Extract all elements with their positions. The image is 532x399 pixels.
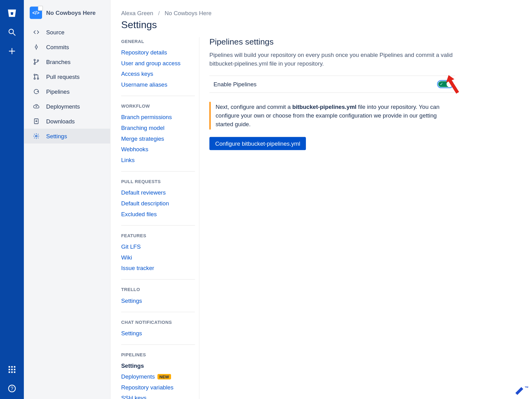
breadcrumb-owner[interactable]: Alexa Green (121, 10, 153, 16)
callout-filename: bitbucket-pipelines.yml (292, 104, 356, 110)
settings-link-excluded-files[interactable]: Excluded files (121, 209, 195, 220)
settings-group-general: GENERAL (121, 39, 195, 44)
sidebar-item-pipelines[interactable]: Pipelines (24, 84, 110, 99)
settings-group-trello: TRELLO (121, 287, 195, 292)
settings-link-branching-model[interactable]: Branching model (121, 122, 195, 133)
svg-rect-9 (14, 369, 15, 370)
svg-point-23 (37, 78, 38, 79)
settings-link-settings[interactable]: Settings (121, 328, 195, 339)
breadcrumb-repo[interactable]: No Cowboys Here (165, 10, 212, 16)
pr-icon (31, 72, 41, 82)
svg-rect-8 (11, 369, 13, 370)
sidebar-item-label: Pull requests (46, 73, 79, 80)
sidebar-item-label: Branches (46, 58, 71, 65)
svg-point-21 (34, 74, 35, 75)
settings-link-repository-variables[interactable]: Repository variables (121, 382, 195, 393)
new-badge: NEW (157, 374, 171, 379)
settings-body: Pipelines settings Pipelines will build … (200, 37, 455, 399)
callout-text: Next, configure and commit a (216, 104, 292, 110)
svg-rect-7 (9, 369, 10, 370)
svg-line-1 (13, 33, 15, 36)
settings-link-access-keys[interactable]: Access keys (121, 68, 195, 79)
repo-header[interactable]: </> No Cowboys Here (24, 6, 110, 25)
enable-pipelines-toggle[interactable]: ✓ (437, 80, 453, 88)
settings-nav: GENERALRepository detailsUser and group … (121, 37, 200, 399)
repo-name: No Cowboys Here (46, 10, 96, 16)
settings-group-pull_requests: PULL REQUESTS (121, 179, 195, 184)
settings-link-default-reviewers[interactable]: Default reviewers (121, 187, 195, 198)
svg-rect-12 (14, 371, 15, 373)
settings-link-ssh-keys[interactable]: SSH keys (121, 393, 195, 399)
create-icon[interactable] (4, 43, 20, 59)
sidebar-item-downloads[interactable]: Downloads (24, 114, 110, 129)
download-icon (31, 116, 41, 126)
sidebar-item-label: Settings (46, 133, 67, 139)
gear-icon (31, 131, 41, 141)
settings-link-wiki[interactable]: Wiki (121, 252, 195, 263)
settings-link-webhooks[interactable]: Webhooks (121, 144, 195, 155)
repo-sidebar: </> No Cowboys Here SourceCommitsBranche… (24, 0, 110, 399)
svg-point-0 (9, 29, 14, 34)
settings-group-workflow: WORKFLOW (121, 104, 195, 109)
svg-rect-6 (14, 366, 15, 367)
bitbucket-logo-icon[interactable] (4, 5, 20, 21)
svg-point-20 (37, 60, 38, 61)
sidebar-item-label: Deployments (46, 103, 80, 109)
svg-point-22 (34, 78, 35, 79)
search-icon[interactable] (4, 24, 20, 40)
sidebar-item-label: Downloads (46, 118, 75, 124)
settings-group-features: FEATURES (121, 233, 195, 238)
panel-description: Pipelines will build your repository on … (209, 51, 455, 68)
settings-group-chat: CHAT NOTIFICATIONS (121, 320, 195, 324)
global-nav: ? (0, 0, 24, 399)
settings-link-default-description[interactable]: Default description (121, 198, 195, 209)
svg-rect-4 (9, 366, 10, 367)
svg-point-18 (34, 59, 35, 61)
sidebar-item-label: Pipelines (46, 88, 70, 95)
svg-text:?: ? (11, 386, 13, 391)
settings-link-merge-strategies[interactable]: Merge strategies (121, 133, 195, 144)
commit-icon (31, 42, 41, 52)
settings-link-settings[interactable]: Settings (121, 360, 195, 371)
settings-link-deployments[interactable]: DeploymentsNEW (121, 371, 195, 382)
cycle-icon (31, 87, 41, 97)
settings-link-user-and-group-access[interactable]: User and group access (121, 58, 195, 69)
sidebar-item-pull-requests[interactable]: Pull requests (24, 69, 110, 84)
code-icon (31, 27, 41, 37)
main-content: Alexa Green / No Cowboys Here Settings G… (110, 0, 532, 399)
settings-link-settings[interactable]: Settings (121, 295, 195, 306)
svg-rect-10 (9, 371, 10, 373)
check-icon: ✓ (440, 82, 444, 87)
enable-pipelines-label: Enable Pipelines (214, 81, 257, 87)
sidebar-item-label: Commits (46, 44, 69, 50)
corner-logo-icon: TM (514, 386, 528, 397)
svg-point-19 (34, 63, 35, 64)
sidebar-item-branches[interactable]: Branches (24, 54, 110, 69)
settings-link-git-lfs[interactable]: Git LFS (121, 241, 195, 252)
enable-pipelines-row: Enable Pipelines ✓ (209, 75, 455, 93)
svg-rect-5 (11, 366, 13, 367)
panel-title: Pipelines settings (209, 37, 455, 47)
configure-callout: Next, configure and commit a bitbucket-p… (209, 102, 455, 129)
settings-link-username-aliases[interactable]: Username aliases (121, 79, 195, 90)
settings-link-issue-tracker[interactable]: Issue tracker (121, 263, 195, 273)
branch-icon (31, 57, 41, 67)
help-icon[interactable]: ? (4, 380, 20, 397)
page-title: Settings (121, 19, 521, 30)
repo-avatar-icon: </> (30, 6, 42, 19)
sidebar-item-deployments[interactable]: Deployments (24, 99, 110, 114)
svg-point-25 (36, 135, 37, 137)
settings-link-branch-permissions[interactable]: Branch permissions (121, 112, 195, 122)
configure-pipelines-button[interactable]: Configure bitbucket-pipelines.yml (209, 137, 306, 150)
sidebar-item-source[interactable]: Source (24, 25, 110, 40)
settings-link-links[interactable]: Links (121, 155, 195, 165)
apps-icon[interactable] (4, 361, 20, 377)
cloud-icon (31, 101, 41, 111)
sidebar-item-label: Source (46, 29, 64, 35)
sidebar-item-settings[interactable]: Settings (24, 129, 110, 144)
settings-link-repository-details[interactable]: Repository details (121, 47, 195, 58)
settings-group-pipelines: PIPELINES (121, 352, 195, 357)
breadcrumb: Alexa Green / No Cowboys Here (121, 10, 521, 16)
sidebar-item-commits[interactable]: Commits (24, 40, 110, 54)
svg-point-15 (35, 46, 37, 48)
